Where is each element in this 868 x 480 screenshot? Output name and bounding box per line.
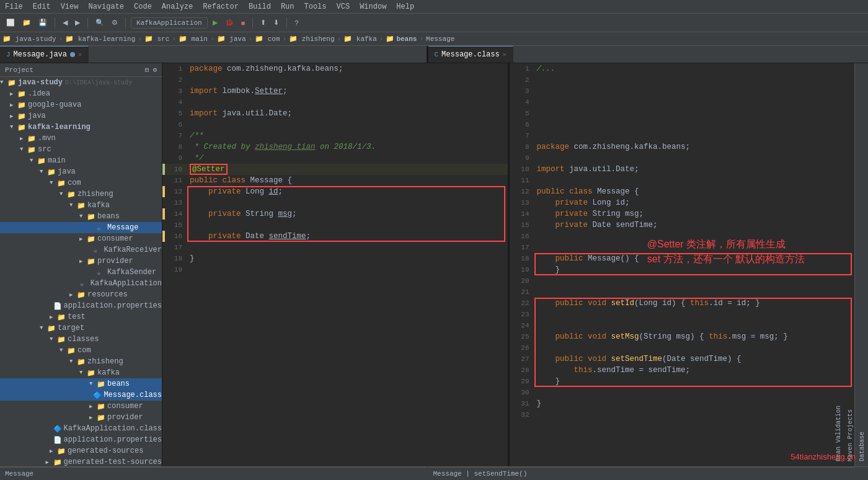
- close-tab-message-java[interactable]: ✕: [78, 51, 82, 58]
- toolbar-btn-3[interactable]: 💾: [36, 17, 50, 28]
- toolbar-btn-back[interactable]: ◀: [60, 17, 70, 28]
- toolbar-btn-1[interactable]: ⬜: [4, 17, 17, 28]
- nav-zhisheng[interactable]: 📁 zhisheng: [289, 35, 334, 43]
- nav-java[interactable]: 📁 java: [217, 35, 246, 43]
- tree-kafka-learning[interactable]: ▼ 📁kafka-learning: [0, 122, 162, 133]
- r-code-line-28: 28 this.sendTime = sendTime;: [510, 365, 855, 376]
- stop-btn[interactable]: ■: [239, 18, 248, 28]
- tree-test[interactable]: ▶ 📁test: [0, 311, 162, 322]
- tree-generated-sources[interactable]: ▶ 📁generated-sources: [0, 445, 162, 456]
- tree-message-java[interactable]: ☕Message: [0, 222, 162, 233]
- toolbar-help[interactable]: ?: [292, 18, 301, 28]
- tree-appprops2[interactable]: 📄application.properties: [0, 434, 162, 445]
- tree-kafka2[interactable]: ▼ 📁kafka: [0, 200, 162, 211]
- nav-main[interactable]: 📁 main: [179, 35, 208, 43]
- sidebar-header: Project ⊟ ⚙: [0, 63, 162, 77]
- nav-com[interactable]: 📁 com: [255, 35, 280, 43]
- r-code-line-9: 9: [510, 153, 855, 164]
- tree-appprops[interactable]: 📄application.properties: [0, 300, 162, 311]
- tree-zhisheng2[interactable]: ▼ 📁zhisheng: [0, 356, 162, 367]
- close-tab-message-class[interactable]: ✕: [503, 51, 507, 58]
- menu-run[interactable]: Run: [281, 2, 294, 11]
- menu-code[interactable]: Code: [134, 2, 152, 11]
- status-message-left: Message: [5, 470, 33, 478]
- tree-beans2[interactable]: ▼ 📁beans: [0, 378, 162, 389]
- tree-kafkaapplication[interactable]: ☕KafkaApplication: [0, 278, 162, 289]
- toolbar: ⬜ 📁 💾 ◀ ▶ 🔍 ⚙ KafkaApplication ▶ 🐞 ■ ⬆ ⬇…: [0, 14, 868, 32]
- tree-provider2[interactable]: ▶ 📁provider: [0, 412, 162, 423]
- menu-help[interactable]: Help: [396, 2, 414, 11]
- menu-tools[interactable]: Tools: [304, 2, 327, 11]
- tree-idea[interactable]: ▶ 📁.idea: [0, 88, 162, 99]
- menu-view[interactable]: View: [61, 2, 79, 11]
- tab-database[interactable]: Database: [856, 63, 868, 466]
- menu-refactor[interactable]: Refactor: [203, 2, 239, 11]
- tree-java[interactable]: ▶ 📁java: [0, 110, 162, 122]
- menu-edit[interactable]: Edit: [33, 2, 51, 11]
- sidebar-collapse-btn[interactable]: ⊟: [145, 66, 149, 74]
- code-line-15: 15: [162, 220, 508, 231]
- run-config[interactable]: KafkaApplication: [131, 17, 208, 29]
- menu-vcs[interactable]: VCS: [337, 2, 350, 11]
- nav-beans[interactable]: 📁 beans: [386, 35, 417, 43]
- toolbar-btn-2[interactable]: 📁: [20, 17, 33, 28]
- tree-java2[interactable]: ▼ 📁java: [0, 166, 162, 177]
- tree-java-study[interactable]: ▼ 📁 java-study D:\IDEA\java-study: [0, 77, 162, 88]
- toolbar-btn-fwd[interactable]: ▶: [73, 17, 82, 28]
- tree-classes[interactable]: ▼ 📁classes: [0, 334, 162, 345]
- menu-file[interactable]: File: [5, 2, 23, 11]
- r-code-line-8: 8 package com.zhisheng.kafka.beans;: [510, 141, 855, 153]
- run-btn[interactable]: ▶: [210, 17, 220, 28]
- tree-consumer[interactable]: ▶ 📁consumer: [0, 233, 162, 244]
- r-code-line-23: 23: [510, 309, 855, 320]
- menu-analyze[interactable]: Analyze: [162, 2, 193, 11]
- r-code-line-25: 25 public void setMsg(String msg) { this…: [510, 331, 855, 342]
- code-line-1: 1 package com.zhisheng.kafka.beans;: [162, 63, 508, 74]
- tree-kafka3[interactable]: ▼ 📁kafka: [0, 367, 162, 378]
- tree-message-class[interactable]: 🔷Message.class: [0, 389, 162, 401]
- nav-src[interactable]: 📁 src: [144, 35, 169, 43]
- tree-zhisheng[interactable]: ▼ 📁zhisheng: [0, 189, 162, 200]
- menu-window[interactable]: Window: [360, 2, 386, 11]
- tree-beans[interactable]: ▼ 📁beans: [0, 211, 162, 222]
- tree-mvn[interactable]: ▶ 📁.mvn: [0, 133, 162, 144]
- tree-provider[interactable]: ▶ 📁provider: [0, 256, 162, 267]
- nav-kafka-learning[interactable]: 📁 kafka-learning: [65, 35, 135, 43]
- sidebar-settings-btn[interactable]: ⚙: [153, 66, 157, 74]
- tree-resources[interactable]: ▶ 📁resources: [0, 289, 162, 300]
- r-code-line-27: 27 public void setSendTime(Date sendTime…: [510, 353, 855, 365]
- tree-com[interactable]: ▼ 📁com: [0, 177, 162, 189]
- tree-kafkasender[interactable]: ☕KafkaSender: [0, 267, 162, 278]
- tree-consumer2[interactable]: ▶ 📁consumer: [0, 401, 162, 412]
- tree-generated-test[interactable]: ▶ 📁generated-test-sources: [0, 456, 162, 466]
- code-line-9: 9 */: [162, 153, 508, 164]
- toolbar-search[interactable]: 🔍: [93, 17, 107, 28]
- annotation-text: @Setter 类注解，所有属性生成 set 方法，还有一个 默认的构造方法: [647, 237, 805, 267]
- tab-maven[interactable]: Maven Projects: [844, 63, 856, 466]
- right-panel-tabs: Database Maven Projects Bean Validation: [854, 63, 868, 466]
- tree-target[interactable]: ▼ 📁target: [0, 322, 162, 334]
- tab-message-java[interactable]: J Message.java ✕: [0, 46, 89, 63]
- tree-src[interactable]: ▼ 📁src: [0, 144, 162, 155]
- toolbar-settings[interactable]: ⚙: [109, 17, 120, 28]
- r-code-line-20: 20: [510, 275, 855, 287]
- nav-kafka[interactable]: 📁 kafka: [343, 35, 377, 43]
- menu-navigate[interactable]: Navigate: [88, 2, 124, 11]
- toolbar-vcs[interactable]: ⬆: [258, 17, 268, 28]
- tree-google-guava[interactable]: ▶ 📁google-guava: [0, 99, 162, 110]
- tree-kafkareceiver[interactable]: ☕KafkaReceiver: [0, 244, 162, 256]
- tab-bean-validation[interactable]: Bean Validation: [833, 63, 844, 466]
- nav-java-study[interactable]: 📁 java-study: [2, 35, 56, 43]
- debug-btn[interactable]: 🐞: [223, 17, 236, 28]
- tab-message-class[interactable]: C Message.class ✕: [428, 46, 513, 63]
- tree-com2[interactable]: ▼ 📁com: [0, 345, 162, 356]
- left-code-area[interactable]: 1 package com.zhisheng.kafka.beans; 2 3 …: [162, 63, 508, 466]
- r-code-line-32: 32: [510, 409, 855, 420]
- toolbar-vcs2[interactable]: ⬇: [271, 17, 281, 28]
- tree-kafkaapplication-class[interactable]: 🔷KafkaApplication.class: [0, 423, 162, 434]
- menu-build[interactable]: Build: [249, 2, 271, 11]
- r-code-line-10: 10 import java.util.Date;: [510, 164, 855, 175]
- code-line-7: 7 /**: [162, 130, 508, 141]
- tree-main[interactable]: ▼ 📁main: [0, 155, 162, 166]
- nav-message[interactable]: Message: [426, 35, 454, 43]
